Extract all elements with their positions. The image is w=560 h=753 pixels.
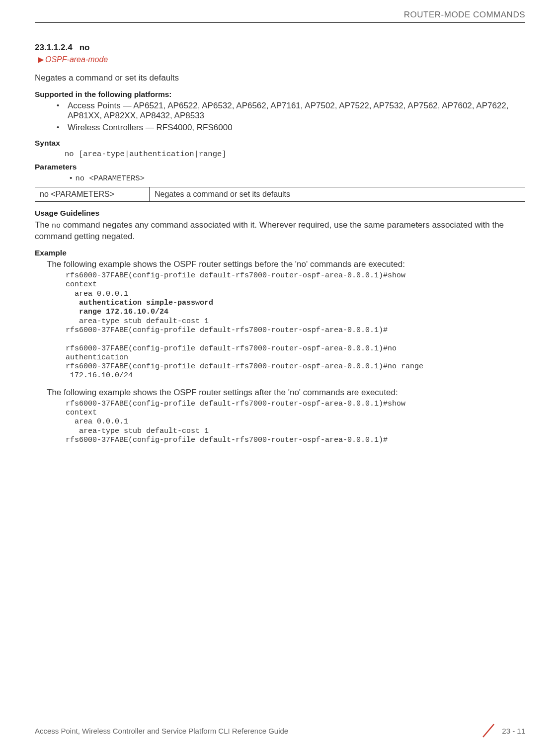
cli-line: rfs6000-37FABE(config-profile default-rf… (66, 400, 410, 408)
cli-line: rfs6000-37FABE(config-profile default-rf… (66, 344, 401, 353)
section-title: no (80, 43, 90, 52)
example-intro-2: The following example shows the OSPF rou… (47, 388, 525, 398)
syntax-code: no [area-type|authentication|range] (65, 150, 525, 159)
example-intro-1: The following example shows the OSPF rou… (47, 259, 525, 269)
slash-divider-icon (480, 722, 497, 739)
footer-page-box: 23 - 11 (480, 722, 525, 739)
section-number: 23.1.1.2.4 (35, 43, 73, 52)
cli-line: context (66, 280, 97, 289)
footer-guide-name: Access Point, Wireless Controller and Se… (35, 727, 288, 735)
cli-line: rfs6000-37FABE(config-profile default-rf… (66, 271, 410, 280)
syntax-heading: Syntax (35, 139, 525, 148)
cli-block-1: rfs6000-37FABE(config-profile default-rf… (66, 271, 525, 381)
supported-heading: Supported in the following platforms: (35, 90, 525, 99)
cli-line: 172.16.10.0/24 (66, 371, 133, 380)
parameters-table: no <PARAMETERS> Negates a command or set… (35, 187, 525, 202)
usage-text-after: command negates any command associated w… (35, 220, 504, 241)
running-header: ROUTER-MODE COMMANDS (35, 10, 525, 22)
breadcrumb-arrow-icon: ▶ (38, 55, 44, 64)
cli-line: area 0.0.0.1 (66, 418, 128, 426)
footer-page-number: 23 - 11 (502, 727, 525, 735)
usage-heading: Usage Guidelines (35, 209, 525, 218)
usage-inline-code: no (52, 222, 61, 230)
cli-line: rfs6000-37FABE(config-profile default-rf… (66, 326, 388, 335)
svg-line-0 (483, 724, 494, 737)
parameter-code: no <PARAMETERS> (75, 174, 145, 183)
cli-line: authentication (66, 353, 128, 362)
page-footer: Access Point, Wireless Controller and Se… (35, 722, 525, 739)
example-heading: Example (35, 249, 525, 257)
cli-line: context (66, 409, 97, 417)
cli-line: authentication simple-password (66, 299, 213, 307)
header-rule (35, 22, 525, 23)
parameter-bullet: •no <PARAMETERS> (70, 173, 525, 183)
cli-block-2: rfs6000-37FABE(config-profile default-rf… (66, 400, 525, 445)
param-name-cell: no <PARAMETERS> (35, 187, 150, 202)
cli-line: rfs6000-37FABE(config-profile default-rf… (66, 362, 423, 371)
cli-line: area 0.0.0.1 (66, 290, 128, 298)
usage-text: The no command negates any command assoc… (35, 220, 525, 243)
bullet-dot-icon: • (70, 173, 72, 182)
list-item: Access Points — AP6521, AP6522, AP6532, … (57, 101, 525, 121)
cli-line: range 172.16.10.0/24 (66, 308, 168, 316)
cli-line: area-type stub default-cost 1 (66, 427, 209, 435)
breadcrumb-text: OSPF-area-mode (45, 55, 108, 64)
list-item: Wireless Controllers — RFS4000, RFS6000 (57, 123, 525, 133)
param-desc-cell: Negates a command or set its defaults (150, 187, 526, 202)
section-heading: 23.1.1.2.4no (35, 43, 525, 53)
breadcrumb: ▶OSPF-area-mode (38, 55, 525, 64)
section-description: Negates a command or set its defaults (35, 73, 525, 83)
cli-line: area-type stub default-cost 1 (66, 317, 209, 326)
cli-line: rfs6000-37FABE(config-profile default-rf… (66, 436, 388, 444)
supported-list: Access Points — AP6521, AP6522, AP6532, … (35, 101, 525, 133)
parameters-heading: Parameters (35, 163, 525, 171)
usage-text-before: The (35, 220, 52, 230)
table-row: no <PARAMETERS> Negates a command or set… (35, 187, 525, 202)
